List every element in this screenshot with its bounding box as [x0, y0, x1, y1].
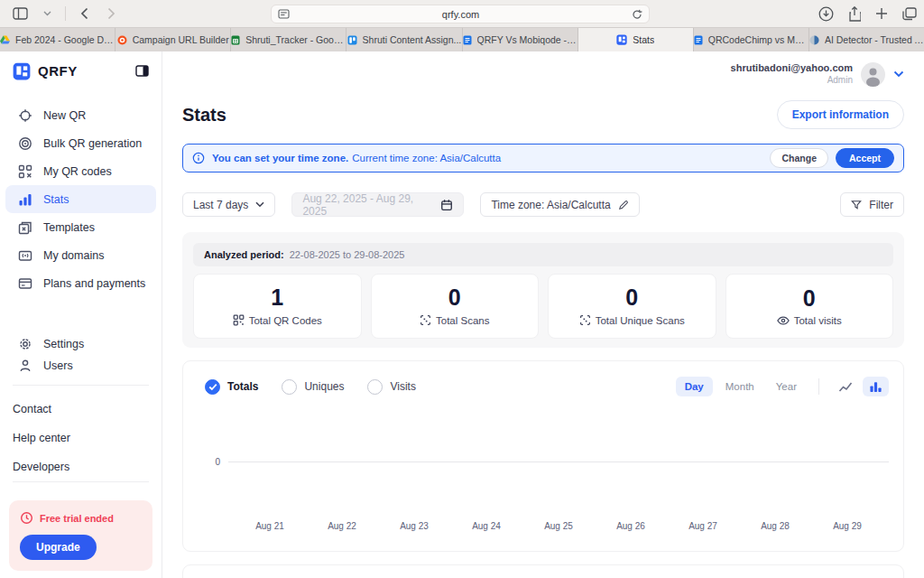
- line-chart-icon[interactable]: [832, 377, 859, 396]
- stat-label-text: Total QR Codes: [249, 315, 322, 326]
- sidebar-item-label: My domains: [43, 249, 104, 262]
- browser-tab[interactable]: QRFY Vs Mobiqode - G...: [463, 28, 578, 51]
- filter-button-label: Filter: [869, 199, 893, 211]
- main-content: shrutibadoni@yahoo.com Admin Stats Expor…: [162, 51, 924, 578]
- granularity-day-button[interactable]: Day: [676, 377, 713, 396]
- browser-tab[interactable]: QRCodeChimp vs Mob...: [694, 28, 809, 51]
- sidebar-item-users[interactable]: Users: [5, 355, 156, 377]
- export-information-button[interactable]: Export information: [777, 100, 904, 129]
- browser-tab[interactable]: AI Detector - Trusted A...: [809, 28, 924, 51]
- payments-icon: [18, 276, 32, 291]
- upgrade-button[interactable]: Upgrade: [20, 535, 97, 560]
- address-bar[interactable]: qrfy.com: [271, 5, 650, 23]
- reader-icon[interactable]: [278, 9, 290, 19]
- bar-chart-icon[interactable]: [863, 377, 889, 396]
- sidebar-item-my-qr-codes[interactable]: My QR codes: [5, 157, 156, 185]
- chevron-down-icon[interactable]: [36, 4, 58, 23]
- sidebar-item-label: Templates: [43, 221, 95, 234]
- uniques-checkbox[interactable]: Uniques: [282, 379, 344, 395]
- filter-button[interactable]: Filter: [840, 192, 904, 217]
- brand-name: QRFY: [38, 63, 78, 79]
- banner-message: Current time zone: Asia/Calcutta: [352, 153, 501, 163]
- sidebar-nav: New QR Bulk QR generation My QR codes St…: [0, 101, 162, 297]
- browser-tab[interactable]: Shruti_Tracker - Googl...: [231, 28, 346, 51]
- x-axis-label: Aug 29: [811, 521, 883, 531]
- x-axis-label: Aug 25: [522, 521, 595, 531]
- back-icon[interactable]: [73, 4, 95, 23]
- templates-icon: [18, 220, 32, 235]
- sidebar-item-stats[interactable]: Stats: [5, 185, 156, 213]
- sidebar-item-label: Bulk QR generation: [43, 137, 142, 150]
- info-icon: [192, 152, 205, 164]
- timezone-chip[interactable]: Time zone: Asia/Calcutta: [480, 192, 639, 217]
- downloads-icon[interactable]: [818, 6, 834, 22]
- domains-icon: [18, 248, 32, 263]
- summary-section: Analyzed period: 22-08-2025 to 29-08-202…: [182, 232, 904, 348]
- sidebar: QRFY New QR Bulk QR generation: [0, 51, 162, 578]
- analyzed-period-bar: Analyzed period: 22-08-2025 to 29-08-202…: [193, 243, 893, 266]
- filter-row: Last 7 days Aug 22, 2025 - Aug 29, 2025 …: [182, 192, 904, 217]
- scan-icon: [420, 314, 431, 326]
- pencil-icon: [618, 200, 629, 210]
- tab-label: Shruti_Tracker - Googl...: [245, 34, 346, 45]
- sidebar-item-label: New QR: [43, 109, 86, 122]
- sidebar-link-developers[interactable]: Developers: [0, 452, 162, 481]
- x-axis-label: Aug 27: [667, 521, 739, 531]
- sidebar-item-label: Users: [43, 359, 73, 372]
- sidebar-collapse-icon[interactable]: [135, 65, 149, 77]
- new-tab-icon[interactable]: [875, 7, 888, 20]
- stat-value: 0: [803, 287, 816, 310]
- date-range-dropdown[interactable]: Last 7 days: [182, 192, 275, 217]
- sidebar-item-my-domains[interactable]: My domains: [5, 241, 156, 269]
- granularity-year-button[interactable]: Year: [767, 377, 806, 396]
- sidebar-link-help-center[interactable]: Help center: [0, 424, 162, 452]
- totals-checkbox[interactable]: Totals: [205, 379, 258, 395]
- tab-label: AI Detector - Trusted A...: [825, 34, 924, 45]
- x-axis-label: Aug 26: [595, 521, 667, 531]
- sidebar-item-new-qr[interactable]: New QR: [5, 101, 156, 129]
- granularity-month-button[interactable]: Month: [716, 377, 763, 396]
- sidebar-item-templates[interactable]: Templates: [5, 213, 156, 241]
- timezone-value: Time zone: Asia/Calcutta: [491, 199, 610, 211]
- forward-icon[interactable]: [100, 4, 122, 23]
- browser-tab[interactable]: Shruti Content Assign...: [346, 28, 462, 51]
- board-icon: [347, 35, 357, 45]
- change-timezone-button[interactable]: Change: [770, 148, 828, 168]
- stats-icon: [18, 192, 32, 207]
- page-title: Stats: [182, 105, 226, 126]
- share-icon[interactable]: [848, 6, 861, 22]
- sidebar-link-contact[interactable]: Contact: [0, 395, 162, 424]
- checkbox-label: Visits: [390, 380, 415, 393]
- checkbox-unchecked-icon: [282, 379, 297, 395]
- browser-tab[interactable]: Feb 2024 - Google Drive: [0, 28, 116, 51]
- period-label: Analyzed period:: [204, 249, 284, 260]
- campaign-icon: [117, 35, 127, 45]
- sidebar-spacer: [0, 297, 162, 333]
- bulk-qr-icon: [18, 136, 32, 151]
- accept-timezone-button[interactable]: Accept: [836, 148, 894, 168]
- chevron-down-icon: [255, 201, 264, 208]
- tab-label: QRFY Vs Mobiqode - G...: [477, 34, 578, 45]
- banner-message-bold: You can set your time zone.: [212, 153, 348, 163]
- period-value: 22-08-2025 to 29-08-2025: [290, 249, 405, 260]
- tab-bar: Feb 2024 - Google Drive Campaign URL Bui…: [0, 27, 924, 51]
- y-axis-tick: 0: [198, 457, 228, 467]
- browser-sidebar-icon[interactable]: [9, 4, 31, 23]
- sidebar-item-bulk-qr[interactable]: Bulk QR generation: [5, 129, 156, 157]
- gridline: [228, 461, 889, 462]
- sidebar-item-settings[interactable]: Settings: [5, 333, 156, 355]
- date-range-input[interactable]: Aug 22, 2025 - Aug 29, 2025: [291, 192, 464, 217]
- sidebar-item-plans-payments[interactable]: Plans and payments: [5, 269, 156, 297]
- avatar[interactable]: [861, 62, 885, 87]
- stat-label-text: Total visits: [794, 315, 842, 326]
- reload-icon[interactable]: [632, 9, 642, 20]
- browser-tab[interactable]: Campaign URL Builder: [116, 28, 231, 51]
- visits-checkbox[interactable]: Visits: [367, 379, 415, 395]
- tab-overview-icon[interactable]: [902, 7, 917, 21]
- x-axis-label: Aug 28: [739, 521, 811, 531]
- tab-label: QRCodeChimp vs Mob...: [708, 34, 808, 45]
- browser-tab-active[interactable]: Stats: [578, 28, 694, 51]
- user-chevron-down-icon[interactable]: [893, 70, 904, 78]
- sidebar-divider: [13, 385, 149, 386]
- user-menu[interactable]: shrutibadoni@yahoo.com Admin: [182, 61, 904, 88]
